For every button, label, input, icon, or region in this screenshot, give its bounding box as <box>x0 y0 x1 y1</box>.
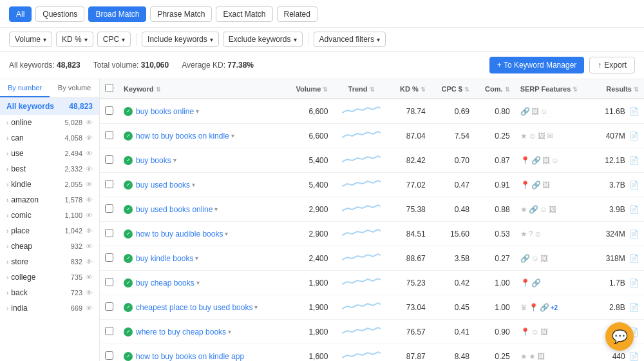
com-cell: 0.90 <box>475 320 515 344</box>
header-keyword[interactable]: Keyword ⇅ <box>118 79 285 99</box>
include-keywords-dropdown[interactable]: Include keywords <box>142 32 219 47</box>
advanced-filters-dropdown[interactable]: Advanced filters <box>314 32 386 47</box>
filter-btn-phrase[interactable]: Phrase Match <box>150 6 212 22</box>
cpc-cell: 7.54 <box>431 124 475 148</box>
serp-features-cell: 📍☺🖼 <box>515 320 593 344</box>
row-checkbox[interactable] <box>105 229 113 237</box>
row-checkbox[interactable] <box>105 253 113 262</box>
row-checkbox-cell <box>100 173 118 197</box>
row-checkbox[interactable] <box>105 204 113 213</box>
header-volume[interactable]: Volume ⇅ <box>285 79 334 99</box>
keyword-link[interactable]: buy cheap books ▾ <box>136 278 200 288</box>
serp-icons-group: ♛📍🔗+2 <box>520 303 588 312</box>
eye-icon: 👁 <box>86 196 93 204</box>
row-checkbox[interactable] <box>105 278 113 286</box>
cpc-cell: 0.42 <box>431 271 475 295</box>
keyword-link[interactable]: buy kindle books ▾ <box>136 254 198 263</box>
trend-cell <box>333 148 389 173</box>
sidebar-item-online[interactable]: › online 5,028 👁 <box>0 115 99 130</box>
green-status-dot <box>124 156 133 165</box>
keyword-link[interactable]: how to buy books on kindle app <box>136 352 244 361</box>
com-cell: 0.27 <box>475 246 515 271</box>
serp-features-cell: 📍🔗🖼☺ <box>515 148 593 173</box>
dropdown-arrow: ▾ <box>231 132 234 139</box>
keyword-cell: where to buy cheap books ▾ <box>118 320 285 344</box>
filter-btn-all[interactable]: All <box>9 6 32 22</box>
trend-cell <box>333 295 389 320</box>
sidebar-tab-by-number[interactable]: By number <box>0 79 50 97</box>
serp-icon-smiley: ☺ <box>529 132 536 141</box>
sidebar-item-best[interactable]: › best 2,332 👁 <box>0 161 99 177</box>
header-kd[interactable]: KD % ⇅ <box>390 79 431 99</box>
row-checkbox[interactable] <box>105 351 113 360</box>
export-button[interactable]: ↑ Export <box>589 57 635 73</box>
sidebar-item-comic[interactable]: › comic 1,100 👁 <box>0 208 99 223</box>
header-results[interactable]: Results ⇅ <box>593 79 644 99</box>
kd-dropdown[interactable]: KD % <box>56 32 93 47</box>
results-cell: 2.8B 📄 <box>593 295 644 320</box>
keyword-link[interactable]: cheapest place to buy used books ▾ <box>136 303 258 312</box>
header-trend[interactable]: Trend ⇅ <box>333 79 389 99</box>
page-icon: 📄 <box>629 254 639 263</box>
sidebar-item-cheap[interactable]: › cheap 932 👁 <box>0 239 99 254</box>
sidebar-item-store[interactable]: › store 832 👁 <box>0 254 99 269</box>
dropdown-arrow: ▾ <box>196 108 199 115</box>
serp-icons-group: ★☺🖼✉ <box>520 132 588 141</box>
filter-btn-broad[interactable]: Broad Match <box>88 6 146 22</box>
row-checkbox[interactable] <box>105 302 113 311</box>
dropdown-arrow: ▾ <box>214 206 218 213</box>
eye-icon: 👁 <box>86 134 93 142</box>
select-all-checkbox[interactable] <box>105 84 113 92</box>
sort-icon-cpc: ⇅ <box>464 86 469 93</box>
sidebar-item-use[interactable]: › use 2,494 👁 <box>0 146 99 161</box>
chevron-right-icon: › <box>6 197 8 204</box>
sidebar-item-kindle[interactable]: › kindle 2,055 👁 <box>0 177 99 192</box>
page-icon: 📄 <box>629 156 639 165</box>
volume-cell: 1,900 <box>285 320 334 344</box>
row-checkbox[interactable] <box>105 155 113 164</box>
serp-icon-+2: +2 <box>551 303 558 312</box>
sidebar-item-india[interactable]: › india 669 👁 <box>0 300 99 316</box>
sidebar-item-amazon[interactable]: › amazon 1,578 👁 <box>0 192 99 208</box>
sidebar-item-count: 2,494 <box>64 150 82 157</box>
keyword-link[interactable]: buy used books online ▾ <box>136 205 218 214</box>
to-keyword-manager-button[interactable]: + To Keyword Manager <box>489 57 585 73</box>
sidebar-item-place[interactable]: › place 1,042 👁 <box>0 223 99 239</box>
results-cell: 1.7B 📄 <box>593 271 644 295</box>
row-checkbox[interactable] <box>105 180 113 188</box>
keyword-link[interactable]: buy books ▾ <box>136 156 176 165</box>
volume-dropdown[interactable]: Volume <box>9 32 52 47</box>
sidebar-item-back[interactable]: › back 723 👁 <box>0 285 99 300</box>
keyword-link[interactable]: buy used books ▾ <box>136 180 195 190</box>
serp-icons-group: 📍🔗 <box>520 278 588 288</box>
row-checkbox[interactable] <box>105 327 113 335</box>
sidebar-tab-by-volume[interactable]: By volume <box>50 79 99 97</box>
header-cpc[interactable]: CPC $ ⇅ <box>431 79 475 99</box>
sidebar-item-count: 2,332 <box>64 165 82 173</box>
keyword-link[interactable]: where to buy cheap books ▾ <box>136 327 231 337</box>
keyword-link[interactable]: how to buy audible books ▾ <box>136 229 228 239</box>
filter-btn-questions[interactable]: Questions <box>35 6 84 22</box>
row-checkbox-cell <box>100 99 118 124</box>
keyword-link[interactable]: buy books online ▾ <box>136 107 199 116</box>
chat-bubble[interactable]: 💬 <box>605 322 634 351</box>
row-checkbox[interactable] <box>105 106 113 115</box>
header-serp[interactable]: SERP Features ⇅ <box>515 79 593 99</box>
filter-btn-exact[interactable]: Exact Match <box>216 6 272 22</box>
table-row: buy kindle books ▾ 2,400 88.67 3.58 0.27… <box>100 246 644 271</box>
green-status-dot <box>124 278 133 288</box>
volume-cell: 2,900 <box>285 222 334 246</box>
header-com[interactable]: Com. ⇅ <box>475 79 515 99</box>
keyword-link[interactable]: how to buy books on kindle ▾ <box>136 132 234 141</box>
eye-icon: 👁 <box>86 165 93 173</box>
sidebar-item-college[interactable]: › college 735 👁 <box>0 269 99 285</box>
exclude-keywords-dropdown[interactable]: Exclude keywords <box>223 32 303 47</box>
filter-btn-related[interactable]: Related <box>277 6 317 22</box>
page-icon: 📄 <box>629 229 639 239</box>
row-checkbox[interactable] <box>105 131 113 139</box>
sidebar-item-can[interactable]: › can 4,058 👁 <box>0 130 99 146</box>
chevron-right-icon: › <box>6 305 8 312</box>
sidebar-all-keywords[interactable]: All keywords 48,823 <box>0 98 99 115</box>
table-header-row: Keyword ⇅ Volume ⇅ Trend ⇅ KD % ⇅ CPC $ … <box>100 79 644 99</box>
cpc-dropdown[interactable]: CPC <box>97 32 131 47</box>
